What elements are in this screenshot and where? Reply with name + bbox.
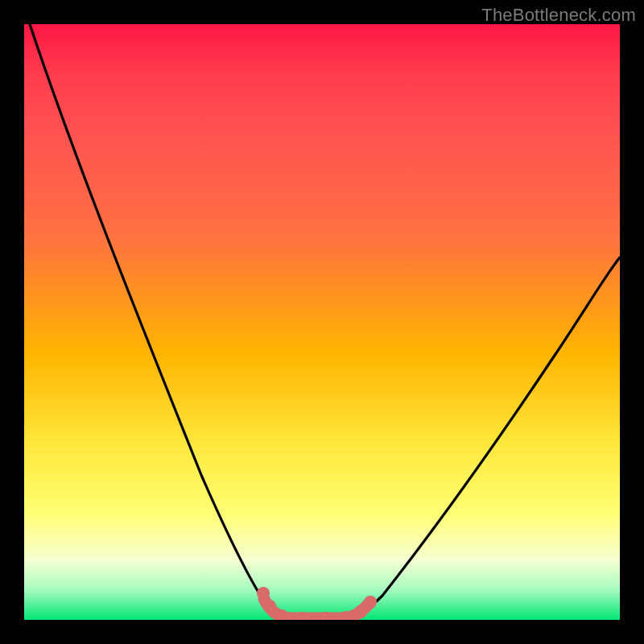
bottleneck-curve (30, 24, 620, 619)
curve-layer (24, 24, 620, 620)
watermark-text: TheBottleneck.com (481, 5, 636, 26)
plot-area (24, 24, 620, 620)
trough-marker (364, 596, 377, 609)
trough-marker (263, 600, 276, 613)
trough-marker (257, 587, 270, 600)
chart-frame: TheBottleneck.com (0, 0, 644, 644)
trough-marker (354, 605, 367, 618)
